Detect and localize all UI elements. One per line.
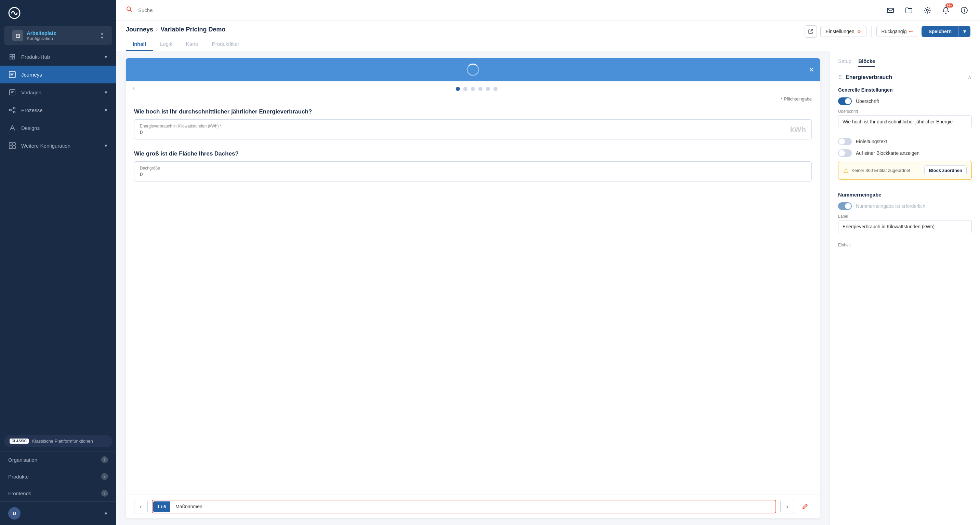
toggle-row-einleitungstext: Einleitungstext bbox=[838, 138, 972, 145]
panel-tabs: Setup Blöcke bbox=[838, 58, 972, 67]
tab-logik[interactable]: Logik bbox=[153, 38, 179, 51]
toggle-nummerneingabe-label: Nummerneingabe ist erforderlich bbox=[856, 203, 925, 209]
pagination-dots bbox=[138, 81, 816, 94]
workspace-icon: ⊞ bbox=[12, 30, 23, 41]
nummerneingabe-title: Nummerneingabe bbox=[838, 192, 972, 198]
content-header: Journeys › Variable Pricing Demo Einstel… bbox=[116, 21, 980, 51]
close-card-button[interactable]: ✕ bbox=[809, 66, 815, 74]
folder-icon[interactable] bbox=[903, 4, 915, 16]
right-panel: Setup Blöcke ⠿ Energieverbrauch ∧ Genere… bbox=[830, 51, 980, 525]
chevron-prozesse-icon: ▼ bbox=[103, 108, 108, 113]
loading-spinner-icon bbox=[467, 63, 479, 76]
toggle-einleitungstext[interactable] bbox=[838, 138, 852, 145]
gear-icon: ⚙ bbox=[857, 29, 861, 34]
tab-produktfilter[interactable]: Produktfilter bbox=[205, 38, 246, 51]
panel-tab-bloecke[interactable]: Blöcke bbox=[858, 58, 875, 67]
tab-karte[interactable]: Karte bbox=[179, 38, 205, 51]
toggle-blockkarte-label: Auf einer Blockkarte anzeigen bbox=[856, 151, 920, 156]
svg-point-5 bbox=[14, 111, 15, 113]
sidebar-item-label-designs: Designs bbox=[21, 125, 40, 131]
workspace-selector[interactable]: ⊞ Arbeitsplatz Konfiguration ▲ ▼ bbox=[4, 26, 112, 45]
journey-canvas: ✕ ‹ * Pflichteingabe Wie hoch ist bbox=[116, 51, 830, 525]
info-icon[interactable] bbox=[958, 4, 970, 16]
sidebar-item-designs[interactable]: Designs bbox=[0, 119, 116, 137]
label-input[interactable] bbox=[838, 220, 972, 233]
toggle-knob-2 bbox=[839, 138, 845, 144]
einstellungen-button[interactable]: Einstellungen ⚙ bbox=[820, 26, 866, 37]
einheit-label: Einheit bbox=[838, 243, 972, 247]
organisation-label: Organisation bbox=[8, 457, 37, 463]
sidebar-item-frontends[interactable]: Frontends i bbox=[0, 485, 116, 501]
journey-card: ✕ ‹ * Pflichteingabe Wie hoch ist bbox=[126, 58, 820, 518]
dot-4 bbox=[478, 87, 482, 91]
dot-5 bbox=[486, 87, 490, 91]
panel-tab-setup[interactable]: Setup bbox=[838, 58, 851, 67]
main-content: 99+ Journeys › Variable Pricing Demo Ein… bbox=[116, 0, 980, 525]
speichern-dropdown-button[interactable]: ▼ bbox=[958, 26, 970, 37]
journey-card-header: ✕ bbox=[126, 58, 820, 81]
sidebar-item-prozesse[interactable]: Prozesse ▼ bbox=[0, 101, 116, 119]
produkt-hub-icon bbox=[8, 52, 16, 61]
energy-input-label: Energieverbrauch in Kilowattstunden (kWh… bbox=[140, 124, 221, 128]
energy-unit-label: kWh bbox=[790, 125, 806, 134]
bottom-next-button[interactable]: › bbox=[780, 500, 794, 513]
chevron-vorlagen-icon: ▼ bbox=[103, 90, 108, 95]
block-zuordnen-button[interactable]: Block zuordnen bbox=[924, 165, 967, 175]
form-section-2: Wie groß ist die Fläche Ihres Daches? Da… bbox=[126, 145, 820, 187]
prev-slide-button[interactable]: ‹ bbox=[130, 84, 138, 92]
block-name: Energieverbrauch bbox=[846, 74, 892, 80]
sidebar: ⊞ Arbeitsplatz Konfiguration ▲ ▼ Produkt… bbox=[0, 0, 116, 525]
question-1: Wie hoch ist Ihr durchschnittlicher jähr… bbox=[134, 108, 812, 115]
toggle-nummerneingabe[interactable] bbox=[838, 202, 852, 210]
notification-bell-icon[interactable]: 99+ bbox=[940, 4, 952, 16]
ueberschrift-input[interactable] bbox=[838, 115, 972, 128]
avatar: U bbox=[8, 507, 21, 520]
bottom-prev-button[interactable]: ‹ bbox=[134, 500, 148, 513]
user-avatar-area[interactable]: U ▼ bbox=[0, 501, 116, 525]
bottom-edit-button[interactable] bbox=[798, 500, 812, 513]
section-label: Maßnahmen bbox=[170, 501, 775, 512]
toggle-row-ueberschrift: Überschrift bbox=[838, 97, 972, 105]
external-link-button[interactable] bbox=[805, 25, 817, 38]
sidebar-item-organisation[interactable]: Organisation i bbox=[0, 451, 116, 468]
progress-fill: 1 / 6 bbox=[153, 501, 170, 512]
toggle-knob bbox=[845, 98, 851, 104]
toggle-ueberschrift-label: Überschrift bbox=[856, 98, 879, 104]
dot-1 bbox=[456, 87, 460, 91]
sidebar-item-weitere[interactable]: Weitere Konfiguration ▼ bbox=[0, 137, 116, 154]
dach-input-wrap[interactable]: Dachgröße 0 bbox=[134, 161, 812, 181]
app-logo-icon bbox=[8, 7, 21, 19]
sidebar-item-produkt-hub[interactable]: Produkt-Hub ▼ bbox=[0, 48, 116, 66]
tab-inhalt[interactable]: Inhalt bbox=[126, 38, 153, 51]
sidebar-item-label-weitere: Weitere Konfiguration bbox=[21, 143, 70, 149]
energy-input-wrap[interactable]: Energieverbrauch in Kilowattstunden (kWh… bbox=[134, 119, 812, 140]
block-label-row: ⠿ Energieverbrauch bbox=[838, 74, 892, 81]
ueberschrift-field-label: Überschrift bbox=[838, 109, 972, 114]
vorlagen-icon bbox=[8, 88, 16, 97]
svg-rect-8 bbox=[9, 146, 12, 149]
toggle-blockkarte[interactable] bbox=[838, 149, 852, 157]
sidebar-item-journeys[interactable]: Journeys bbox=[0, 66, 116, 83]
collapse-block-button[interactable]: ∧ bbox=[967, 73, 972, 81]
mail-icon[interactable] bbox=[884, 4, 897, 16]
designs-icon bbox=[8, 124, 16, 132]
toggle-row-nummerneingabe: Nummerneingabe ist erforderlich bbox=[838, 202, 972, 210]
breadcrumb-current: Variable Pricing Demo bbox=[161, 26, 225, 33]
rueckgaengig-button[interactable]: Rückgängig ↩ bbox=[877, 26, 918, 37]
rueckgaengig-label: Rückgängig bbox=[881, 29, 907, 34]
breadcrumb-parent[interactable]: Journeys bbox=[126, 26, 153, 33]
drag-icon[interactable]: ⠿ bbox=[838, 74, 842, 81]
breadcrumb-separator: › bbox=[156, 26, 158, 32]
sidebar-item-produkte[interactable]: Produkte i bbox=[0, 468, 116, 485]
search-input[interactable] bbox=[138, 7, 879, 13]
classic-platform-button[interactable]: CLASSIC Klassische Plattformfunktionen bbox=[4, 435, 112, 447]
topbar-actions: 99+ bbox=[884, 4, 970, 16]
notification-count: 99+ bbox=[945, 3, 953, 8]
settings-icon[interactable] bbox=[921, 4, 934, 16]
sidebar-item-label-vorlagen: Vorlagen bbox=[21, 90, 41, 95]
speichern-button[interactable]: Speichern bbox=[921, 26, 958, 37]
dot-6 bbox=[493, 87, 498, 91]
sidebar-item-vorlagen[interactable]: Vorlagen ▼ bbox=[0, 83, 116, 101]
toggle-ueberschrift[interactable] bbox=[838, 97, 852, 105]
generelle-einstellungen-title: Generelle Einstellungen bbox=[838, 87, 972, 93]
